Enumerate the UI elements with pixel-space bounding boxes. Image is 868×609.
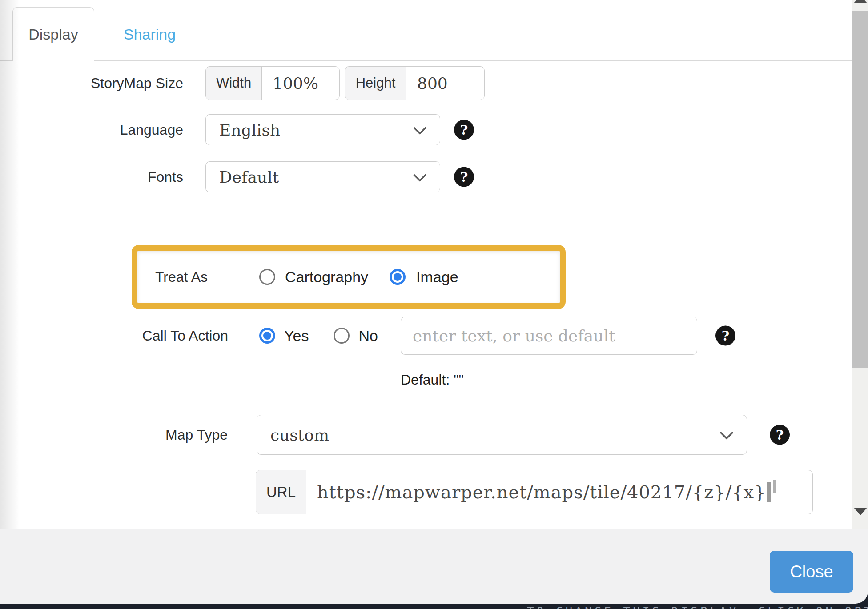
treat-as-highlight-box: Treat As Cartography Image	[132, 245, 566, 309]
dialog-footer: Close	[0, 529, 868, 604]
scrollbar-thumb[interactable]	[852, 11, 868, 368]
cta-no-label[interactable]: No	[358, 327, 378, 345]
treat-as-cartography-label[interactable]: Cartography	[285, 268, 368, 286]
treat-as-image-radio[interactable]	[390, 269, 406, 285]
map-type-row: Map Type custom ?	[0, 415, 852, 455]
map-type-label: Map Type	[0, 415, 228, 455]
storymap-size-row: StoryMap Size Width 100% Height 800	[0, 66, 852, 100]
tab-sharing[interactable]: Sharing	[109, 7, 190, 61]
fonts-row: Fonts Default ?	[0, 161, 852, 192]
url-input[interactable]: https://mapwarper.net/maps/tile/40217/{z…	[306, 470, 812, 514]
cta-text-input[interactable]	[401, 317, 697, 355]
language-label: Language	[0, 114, 183, 145]
background-page-strip: TO CHANGE THIS DISPLAY, CLICK ON OPTIONS	[0, 604, 868, 609]
text-cursor	[767, 482, 771, 502]
scrollbar[interactable]	[852, 0, 868, 529]
chevron-down-icon	[413, 168, 426, 182]
close-button[interactable]: Close	[770, 551, 853, 593]
call-to-action-row: Call To Action Yes No ?	[0, 317, 852, 355]
fonts-select[interactable]: Default	[205, 161, 440, 192]
scroll-up-icon[interactable]	[854, 0, 867, 3]
fonts-label: Fonts	[0, 161, 183, 192]
language-select-value: English	[206, 121, 280, 139]
call-to-action-label: Call To Action	[0, 317, 228, 355]
url-input-value: https://mapwarper.net/maps/tile/40217/{z…	[317, 482, 766, 502]
map-type-select-value: custom	[257, 426, 329, 444]
call-to-action-radios: Yes No	[259, 317, 378, 355]
treat-as-image-label[interactable]: Image	[416, 268, 458, 286]
map-type-help-icon[interactable]: ?	[770, 425, 790, 445]
fonts-select-value: Default	[206, 168, 279, 186]
cta-yes-radio[interactable]	[259, 328, 275, 344]
chevron-down-icon	[719, 426, 733, 440]
treat-as-cartography-radio[interactable]	[259, 269, 275, 285]
scroll-down-icon[interactable]	[854, 508, 867, 515]
background-partial-text: TO CHANGE THIS DISPLAY, CLICK ON OPTIONS	[527, 605, 868, 609]
treat-as-label: Treat As	[155, 269, 208, 285]
storymap-size-label: StoryMap Size	[0, 66, 183, 100]
url-addon-label: URL	[256, 470, 306, 514]
height-input[interactable]: 800	[406, 67, 448, 100]
chevron-down-icon	[413, 121, 426, 135]
tab-display[interactable]: Display	[12, 7, 94, 61]
tab-bar: Display Sharing	[0, 0, 852, 61]
settings-dialog: Display Sharing StoryMap Size Width 100%…	[0, 0, 852, 529]
cta-no-radio[interactable]	[334, 328, 350, 344]
url-row: URL https://mapwarper.net/maps/tile/4021…	[0, 470, 852, 514]
height-input-group: Height 800	[345, 66, 485, 100]
clipped-glyph	[773, 480, 776, 493]
height-addon-label: Height	[345, 67, 406, 100]
map-type-select[interactable]: custom	[257, 415, 747, 455]
width-input-group: Width 100%	[205, 66, 340, 100]
cta-default-note: Default: ""	[401, 372, 464, 388]
language-row: Language English ?	[0, 114, 852, 145]
language-help-icon[interactable]: ?	[454, 120, 474, 140]
cta-help-icon[interactable]: ?	[715, 326, 735, 346]
url-input-group: URL https://mapwarper.net/maps/tile/4021…	[256, 470, 813, 514]
cta-yes-label[interactable]: Yes	[284, 327, 309, 345]
width-addon-label: Width	[206, 67, 262, 100]
language-select[interactable]: English	[205, 114, 440, 145]
width-input[interactable]: 100%	[262, 67, 318, 100]
fonts-help-icon[interactable]: ?	[454, 167, 474, 187]
